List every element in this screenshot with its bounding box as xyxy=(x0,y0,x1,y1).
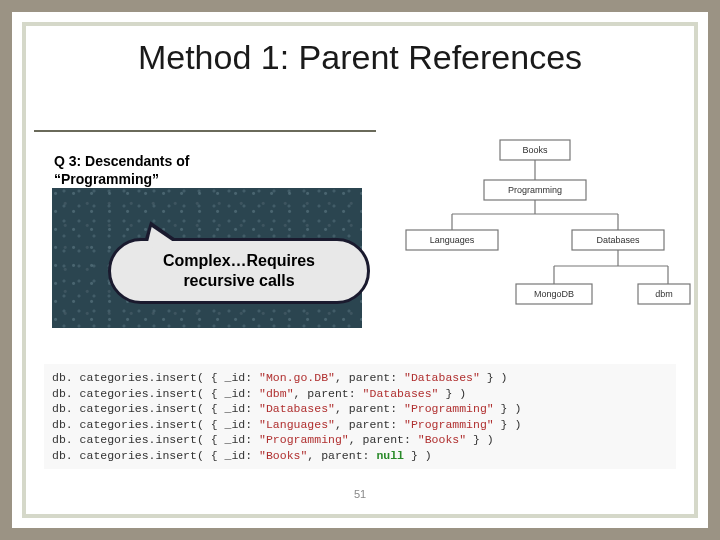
callout-line1: Complex…Requires xyxy=(163,252,315,269)
question-line1: Q 3: Descendants of xyxy=(54,153,189,169)
tree-diagram: Books Programming Languages Databases Mo… xyxy=(376,128,694,342)
tree-leaf-0: MongoDB xyxy=(534,289,574,299)
code-block: db. categories.insert( { _id: "Mon.go.DB… xyxy=(44,364,676,469)
tree-child: Programming xyxy=(508,185,562,195)
page-number: 51 xyxy=(12,488,708,500)
tree-gc-1: Databases xyxy=(596,235,640,245)
callout-text: Complex…Requires recursive calls xyxy=(163,251,315,291)
slide: Method 1: Parent References Q 3: Descend… xyxy=(12,12,708,528)
tree-root: Books xyxy=(522,145,548,155)
slide-title: Method 1: Parent References xyxy=(12,38,708,77)
tree-leaf-1: dbm xyxy=(655,289,673,299)
callout-line2: recursive calls xyxy=(183,272,294,289)
question-label: Q 3: Descendants of “Programming” xyxy=(54,152,189,188)
question-line2: “Programming” xyxy=(54,171,159,187)
tree-gc-0: Languages xyxy=(430,235,475,245)
callout-pointer-fill xyxy=(144,224,176,248)
callout-bubble: Complex…Requires recursive calls xyxy=(108,238,370,304)
